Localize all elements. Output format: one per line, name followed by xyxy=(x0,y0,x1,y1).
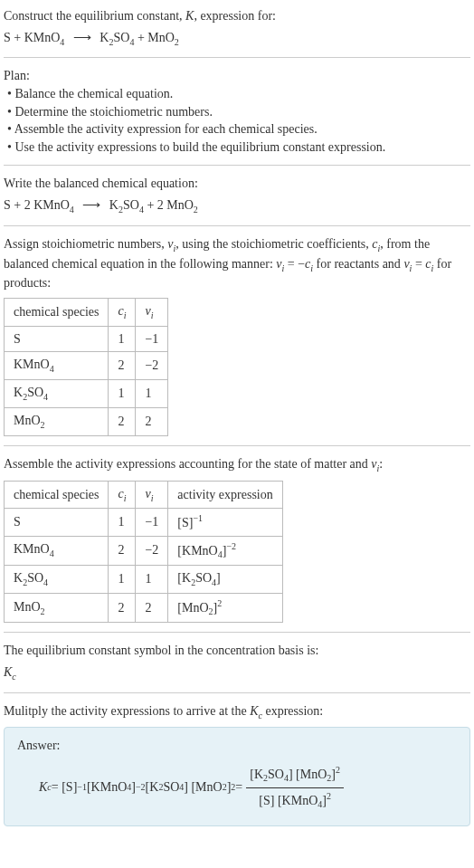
table-row: KMnO4 2 −2 xyxy=(5,352,168,380)
kc-text: The equilibrium constant symbol in the c… xyxy=(4,642,470,660)
cell-nu: 1 xyxy=(136,566,168,594)
sp: [KMnO xyxy=(87,778,127,796)
cell-species: S xyxy=(5,509,109,536)
d1: [S] [KMnO xyxy=(259,793,318,806)
table-header-row: chemical species ci νi xyxy=(5,298,168,326)
table-row: S 1 −1 [S]−1 xyxy=(5,509,283,536)
assemble-t: Assemble the activity expressions accoun… xyxy=(4,457,371,471)
sub-i: i xyxy=(124,492,127,502)
plan-bullet-3: • Assemble the activity expression for e… xyxy=(4,120,470,138)
cell-species: MnO2 xyxy=(5,407,109,435)
th-species: chemical species xyxy=(5,298,109,326)
divider xyxy=(4,165,470,166)
activity-section: Assemble the activity expressions accoun… xyxy=(4,455,470,624)
sub-i: i xyxy=(151,492,154,502)
cell-species: S xyxy=(5,326,109,352)
sp: K xyxy=(14,386,23,399)
intro-K: K xyxy=(185,9,194,23)
divider xyxy=(4,225,470,226)
cell-c: 1 xyxy=(109,509,136,536)
balanced-equation: S + 2 KMnO4 ⟶ K2SO4 + 2 MnO2 xyxy=(4,196,470,216)
kc-expression: Kc = [S]−1 [KMnO4]−2 [K2SO4] [MnO2]2 = [… xyxy=(17,764,457,811)
table-row: MnO2 2 2 xyxy=(5,407,168,435)
cell-nu: −1 xyxy=(136,326,168,352)
activity-table: chemical species ci νi activity expressi… xyxy=(4,481,283,624)
cell-activity: [K2SO4] xyxy=(168,566,282,594)
n2: SO xyxy=(268,768,284,781)
divider xyxy=(4,445,470,446)
intro-text1b: , expression for: xyxy=(194,9,276,23)
sup: −1 xyxy=(193,513,203,523)
sp2: [K xyxy=(146,778,159,796)
close2: ] [MnO xyxy=(184,778,222,796)
sp2: SO xyxy=(27,386,43,399)
sp: KMnO xyxy=(14,358,50,371)
sup: 2 xyxy=(217,598,222,608)
sub: 4 xyxy=(70,205,74,215)
table-row: K2SO4 1 1 xyxy=(5,380,168,408)
sub-i: i xyxy=(124,310,127,320)
th-nui: νi xyxy=(136,481,168,509)
colon: : xyxy=(379,457,383,471)
sup: 2 xyxy=(336,765,340,775)
th-species: chemical species xyxy=(5,481,109,509)
cell-activity: [MnO2]2 xyxy=(168,593,282,622)
sup: −2 xyxy=(226,541,236,551)
sub: 2 xyxy=(41,606,45,615)
cell-nu: 2 xyxy=(136,407,168,435)
intro-text1: Construct the equilibrium constant, xyxy=(4,9,185,23)
plan-bullet-2: • Determine the stoichiometric numbers. xyxy=(4,103,470,121)
Kc: K xyxy=(39,778,47,796)
bal-so: SO xyxy=(123,198,139,212)
cell-nu: −1 xyxy=(136,509,168,536)
eq: = [S] xyxy=(52,778,78,796)
stoich-t2: , using the stoichiometric coefficients, xyxy=(175,237,372,251)
table-header-row: chemical species ci νi activity expressi… xyxy=(5,481,283,509)
sp: K xyxy=(14,571,23,585)
SO: SO xyxy=(163,778,179,796)
sup: −1 xyxy=(77,781,87,794)
plan-bullet-4: • Use the activity expressions to build … xyxy=(4,138,470,157)
act: [MnO xyxy=(177,600,208,614)
mult-t2: expression: xyxy=(262,704,323,718)
stoich-t1: Assign stoichiometric numbers, xyxy=(4,237,167,251)
cell-species: K2SO4 xyxy=(5,566,109,594)
eq: = xyxy=(412,257,425,271)
cell-c: 2 xyxy=(109,352,136,380)
cell-nu: 2 xyxy=(136,593,168,622)
eq-so: SO xyxy=(113,31,129,44)
cell-c: 1 xyxy=(109,380,136,408)
mid: SO xyxy=(195,571,212,585)
th-ci: ci xyxy=(109,298,136,326)
sub: 4 xyxy=(43,392,48,402)
n3: ] [MnO xyxy=(289,768,327,781)
balanced-heading: Write the balanced chemical equation: xyxy=(4,175,470,193)
divider xyxy=(4,692,470,693)
multiply-text: Mulitply the activity expressions to arr… xyxy=(4,702,470,722)
sub: 4 xyxy=(60,36,64,46)
table-row: K2SO4 1 1 [K2SO4] xyxy=(5,566,283,594)
denominator: [S] [KMnO4]2 xyxy=(255,788,335,811)
sp: MnO xyxy=(14,414,41,427)
eq-plus: + MnO xyxy=(134,31,174,44)
th-nui: νi xyxy=(136,298,168,326)
sup: −2 xyxy=(136,781,146,794)
cell-nu: 1 xyxy=(136,380,168,408)
stoich-section: Assign stoichiometric numbers, νi, using… xyxy=(4,235,470,436)
mult-t1: Mulitply the activity expressions to arr… xyxy=(4,704,250,718)
plan-section: Plan: • Balance the chemical equation. •… xyxy=(4,67,470,156)
cell-c: 1 xyxy=(109,566,136,594)
sub-i: i xyxy=(151,310,154,320)
activity-text: Assemble the activity expressions accoun… xyxy=(4,455,470,475)
multiply-section: Mulitply the activity expressions to arr… xyxy=(4,702,470,826)
close: ] xyxy=(216,571,221,585)
divider xyxy=(4,57,470,58)
eq-k: K xyxy=(100,31,109,44)
balanced-section: Write the balanced chemical equation: S … xyxy=(4,175,470,215)
answer-label: Answer: xyxy=(17,737,457,755)
table-row: MnO2 2 2 [MnO2]2 xyxy=(5,593,283,622)
sub: 2 xyxy=(194,205,198,215)
cell-nu: −2 xyxy=(136,536,168,565)
sub: 2 xyxy=(175,36,179,46)
cell-nu: −2 xyxy=(136,352,168,380)
